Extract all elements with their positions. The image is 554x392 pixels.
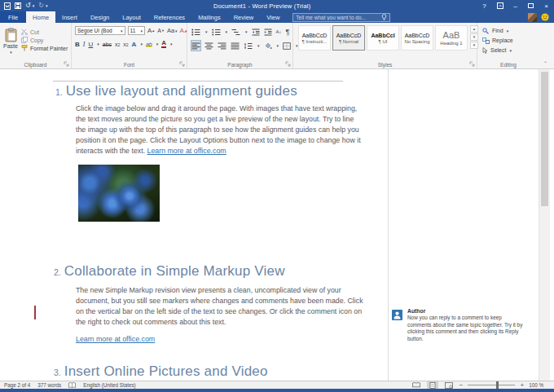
vertical-scrollbar[interactable] xyxy=(539,69,550,381)
language-indicator[interactable]: English (United States) xyxy=(83,382,135,388)
tell-me-input[interactable] xyxy=(296,15,381,20)
ribbon-display-options-icon[interactable] xyxy=(492,0,508,11)
font-color-dropdown-icon[interactable]: ▾ xyxy=(170,42,173,46)
paste-dropdown-icon[interactable]: ▾ xyxy=(10,50,12,55)
close-icon[interactable]: × xyxy=(539,0,554,11)
align-left-button[interactable] xyxy=(191,41,200,51)
find-button[interactable]: Find ▾ xyxy=(482,26,539,35)
align-center-button[interactable] xyxy=(204,41,213,51)
style-normal[interactable]: AaBbCcD ¶ Normal xyxy=(332,25,365,51)
grow-font-button[interactable]: A▲ xyxy=(147,27,155,34)
text-effects-button[interactable]: A xyxy=(132,41,137,48)
font-size-dropdown-icon[interactable]: ▾ xyxy=(140,29,143,33)
tab-home[interactable]: Home xyxy=(26,11,55,23)
bullets-dropdown-icon[interactable]: ▾ xyxy=(205,29,208,34)
change-case-button[interactable]: Aa▾ xyxy=(167,27,178,34)
multilevel-list-button[interactable] xyxy=(231,27,240,37)
font-color-button[interactable]: A xyxy=(161,40,166,48)
numbering-dropdown-icon[interactable]: ▾ xyxy=(226,29,228,34)
tab-file[interactable]: File xyxy=(0,11,26,23)
user-avatar[interactable] xyxy=(528,13,537,22)
select-button[interactable]: Select ▾ xyxy=(482,46,539,55)
replace-button[interactable]: Replace xyxy=(482,36,539,45)
underline-button[interactable]: U xyxy=(88,41,93,48)
font-name-combo[interactable]: Segoe UI (Bod ▾ xyxy=(75,26,125,35)
bullets-button[interactable] xyxy=(191,27,200,37)
word-count[interactable]: 377 words xyxy=(37,382,61,388)
style-heading1[interactable]: AaB Heading 1 xyxy=(435,25,468,51)
section2-link[interactable]: Learn more at office.com xyxy=(76,335,155,343)
align-right-button[interactable] xyxy=(218,41,226,51)
page-indicator[interactable]: Page 2 of 4 xyxy=(4,382,30,388)
highlight-color-button[interactable]: ab xyxy=(146,42,152,47)
bold-button[interactable]: B xyxy=(75,41,80,48)
proofing-status-icon[interactable] xyxy=(68,382,76,389)
web-layout-button[interactable] xyxy=(443,381,455,389)
style-instructions[interactable]: AaBbCcD ¶ Instructi... xyxy=(298,25,331,51)
scrollbar-thumb[interactable] xyxy=(541,72,548,206)
flowers-photo[interactable] xyxy=(78,165,160,222)
show-hide-pilcrow-button[interactable]: ¶ xyxy=(286,27,290,37)
numbering-button[interactable] xyxy=(212,27,221,37)
multilevel-dropdown-icon[interactable]: ▾ xyxy=(245,29,248,34)
tracked-change-bar[interactable] xyxy=(34,306,36,319)
tab-mailings[interactable]: Mailings xyxy=(191,11,227,23)
justify-button[interactable] xyxy=(231,41,240,51)
restore-icon[interactable] xyxy=(523,0,539,11)
italic-button[interactable]: I xyxy=(83,41,86,48)
tab-design[interactable]: Design xyxy=(84,11,116,23)
sort-button[interactable]: A↓ xyxy=(276,27,282,37)
font-dialog-launcher-icon[interactable] xyxy=(179,61,185,67)
clipboard-dialog-launcher-icon[interactable] xyxy=(64,61,69,67)
style-ui[interactable]: AaBbCcI ¶ UI xyxy=(367,25,399,51)
document-canvas[interactable]: 1. Use live layout and alignment guides … xyxy=(0,69,554,381)
tab-layout[interactable]: Layout xyxy=(116,11,147,23)
highlight-dropdown-icon[interactable]: ▾ xyxy=(156,42,159,46)
tab-insert[interactable]: Insert xyxy=(55,11,84,23)
styles-dialog-launcher-icon[interactable] xyxy=(469,61,475,67)
cut-button[interactable]: Cut xyxy=(21,29,68,35)
find-dropdown-icon[interactable]: ▾ xyxy=(507,29,509,33)
help-icon[interactable]: ? xyxy=(477,0,492,11)
zoom-slider[interactable] xyxy=(468,385,515,385)
superscript-button[interactable]: x2 xyxy=(123,42,128,47)
zoom-in-button[interactable]: + xyxy=(520,381,524,389)
zoom-slider-thumb[interactable] xyxy=(496,381,499,389)
zoom-level[interactable]: 100 % xyxy=(529,382,543,388)
comment-bubble[interactable]: Author Now you can reply to a comment to… xyxy=(392,308,524,342)
font-size-combo[interactable]: 11 ▾ xyxy=(128,26,145,35)
subscript-button[interactable]: x2 xyxy=(115,42,120,47)
strikethrough-button[interactable]: abc xyxy=(103,42,112,47)
line-spacing-button[interactable] xyxy=(244,41,253,51)
shrink-font-button[interactable]: A▼ xyxy=(157,28,165,33)
copy-button[interactable]: Copy xyxy=(21,37,68,43)
collapse-ribbon-icon[interactable]: ⌃ xyxy=(543,60,547,66)
line-spacing-dropdown-icon[interactable]: ▾ xyxy=(257,43,260,48)
minimize-icon[interactable]: – xyxy=(508,0,523,11)
text-effects-dropdown-icon[interactable]: ▾ xyxy=(140,42,143,46)
tab-view[interactable]: View xyxy=(260,11,286,23)
style-no-spacing[interactable]: AaBbCcD No Spacing xyxy=(401,25,433,51)
read-mode-button[interactable] xyxy=(411,381,422,389)
font-name-dropdown-icon[interactable]: ▾ xyxy=(121,29,123,33)
print-layout-button[interactable] xyxy=(427,381,438,389)
underline-dropdown-icon[interactable]: ▾ xyxy=(97,42,99,46)
decrease-indent-button[interactable] xyxy=(252,27,260,37)
select-dropdown-icon[interactable]: ▾ xyxy=(509,48,512,53)
shading-button[interactable] xyxy=(264,41,272,51)
redo-icon[interactable]: ↻ xyxy=(38,2,44,9)
format-painter-button[interactable]: Format Painter xyxy=(21,45,68,51)
shading-dropdown-icon[interactable]: ▾ xyxy=(277,43,279,48)
tab-review[interactable]: Review xyxy=(227,11,261,23)
feedback-smiley-icon[interactable] xyxy=(541,13,549,21)
section1-link[interactable]: Learn more at office.com xyxy=(147,147,226,155)
save-icon[interactable] xyxy=(15,2,21,9)
word-app-icon[interactable] xyxy=(4,2,11,10)
undo-icon[interactable]: ↺ xyxy=(25,2,31,9)
undo-dropdown-icon[interactable]: ▾ xyxy=(33,4,35,8)
paragraph-dialog-launcher-icon[interactable] xyxy=(285,61,291,67)
clear-formatting-button[interactable]: A◢ xyxy=(180,27,187,34)
increase-indent-button[interactable] xyxy=(264,27,272,37)
borders-button[interactable] xyxy=(283,41,291,51)
tell-me-box[interactable] xyxy=(292,13,390,22)
